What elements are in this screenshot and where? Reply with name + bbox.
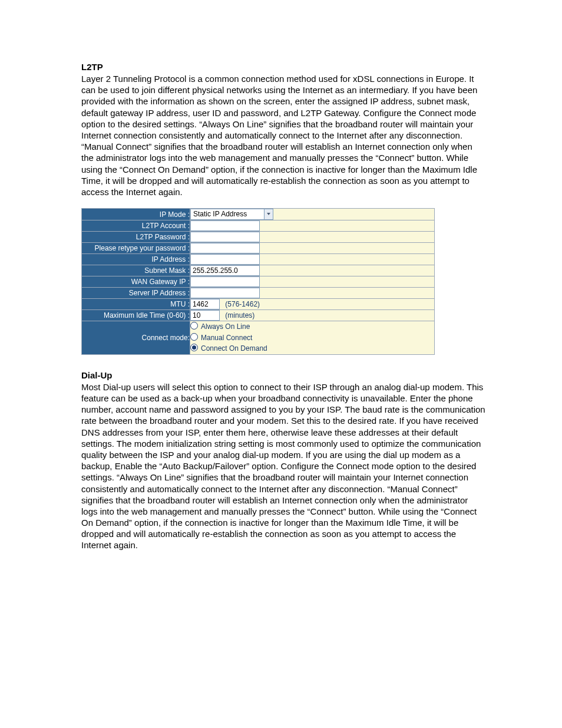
max-idle-hint: (minutes) (225, 311, 254, 319)
label-l2tp-account: L2TP Account : (82, 220, 190, 232)
mtu-hint: (576-1462) (225, 300, 260, 308)
dialup-heading: Dial-Up (81, 370, 485, 380)
radio-label-manual: Manual Connect (201, 334, 252, 342)
label-l2tp-password: L2TP Password : (82, 232, 190, 243)
connect-mode-group: Always On Line Manual Connect Connect On… (190, 321, 434, 354)
radio-manual-connect[interactable] (190, 333, 198, 341)
subnet-mask-input[interactable] (190, 265, 260, 276)
label-connect-mode: Connect mode: (82, 321, 190, 355)
server-ip-address-input[interactable] (190, 288, 260, 298)
label-ip-address: IP Address : (82, 254, 190, 265)
l2tp-heading: L2TP (81, 62, 485, 72)
chevron-down-icon (264, 209, 273, 219)
l2tp-password-input[interactable] (190, 232, 260, 242)
l2tp-account-input[interactable] (190, 220, 260, 231)
ip-address-input[interactable] (190, 254, 260, 265)
radio-connect-on-demand[interactable] (190, 344, 198, 351)
radio-label-always: Always On Line (201, 322, 250, 331)
label-subnet-mask: Subnet Mask : (82, 265, 190, 276)
label-server-ip-address: Server IP Address : (82, 288, 190, 299)
ip-mode-select-text: Static IP Address (191, 209, 249, 219)
label-max-idle-time: Maximum Idle Time (0-60) : (82, 310, 190, 321)
dialup-section: Dial-Up Most Dial-up users will select t… (81, 370, 485, 551)
label-mtu: MTU : (82, 299, 190, 310)
label-retype-password: Please retype your password : (82, 243, 190, 254)
l2tp-section: L2TP Layer 2 Tunneling Protocol is a com… (81, 62, 485, 197)
wan-gateway-ip-input[interactable] (190, 276, 260, 287)
l2tp-body: Layer 2 Tunneling Protocol is a common c… (81, 73, 485, 197)
radio-label-demand: Connect On Demand (201, 344, 267, 353)
max-idle-input[interactable] (190, 310, 220, 321)
label-ip-mode: IP Mode : (82, 209, 190, 220)
label-wan-gateway-ip: WAN Gateway IP : (82, 276, 190, 288)
mtu-input[interactable] (190, 299, 220, 309)
l2tp-config-table: IP Mode : Static IP Address L2TP Account… (81, 208, 435, 355)
dialup-body: Most Dial-up users will select this opti… (81, 381, 485, 551)
retype-password-input[interactable] (190, 243, 260, 253)
ip-mode-select[interactable]: Static IP Address (190, 209, 273, 220)
radio-always-on-line[interactable] (190, 322, 198, 330)
